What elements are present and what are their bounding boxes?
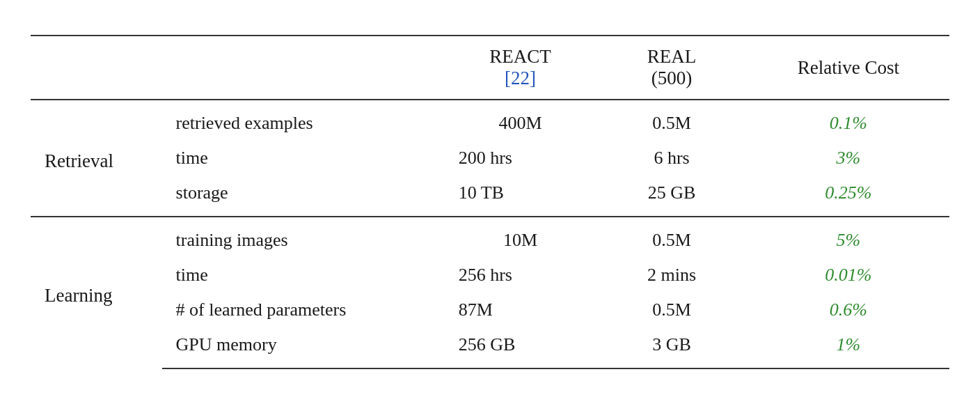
react-ref: [22]: [505, 68, 536, 88]
table-row: GPU memory256 GB3 GB1%: [31, 327, 949, 368]
resource-cell: # of learned parameters: [162, 293, 445, 327]
cost-value: 0.25%: [748, 176, 949, 217]
react-value: 87M: [445, 293, 596, 327]
cost-value: 3%: [748, 141, 949, 176]
table-row: # of learned parameters87M0.5M0.6%: [31, 293, 949, 327]
resource-cell: GPU memory: [162, 327, 445, 368]
comparison-table: REACT [22] REAL (500) Relative Cost Retr…: [31, 35, 949, 369]
table-row: storage10 TB25 GB0.25%: [31, 176, 949, 217]
react-value: 10M: [445, 217, 596, 258]
real-value: 3 GB: [596, 327, 748, 368]
react-value: 200 hrs: [445, 141, 596, 176]
resource-cell: time: [162, 258, 445, 293]
real-value: 0.5M: [596, 293, 748, 327]
cost-value: 0.01%: [748, 258, 949, 293]
header-react: REACT [22]: [445, 36, 596, 100]
table-row: time256 hrs2 mins0.01%: [31, 258, 949, 293]
stage-cell: Retrieval: [31, 100, 162, 217]
resource-cell: training images: [162, 217, 445, 258]
react-value: 256 hrs: [445, 258, 596, 293]
real-label: REAL: [647, 46, 697, 67]
cost-label: Relative Cost: [798, 57, 899, 78]
header-row: REACT [22] REAL (500) Relative Cost: [31, 36, 949, 100]
resource-cell: storage: [162, 176, 445, 217]
table-row: time200 hrs6 hrs3%: [31, 141, 949, 176]
resource-cell: time: [162, 141, 445, 176]
cost-value: 0.6%: [748, 293, 949, 327]
real-value: 0.5M: [596, 100, 748, 141]
cost-value: 1%: [748, 327, 949, 368]
react-label: REACT: [489, 46, 551, 67]
header-resource: [162, 36, 445, 100]
cost-value: 0.1%: [748, 100, 949, 141]
table-row: Retrievalretrieved examples400M0.5M0.1%: [31, 100, 949, 141]
table-container: REACT [22] REAL (500) Relative Cost Retr…: [31, 35, 949, 369]
stage-cell: Learning: [31, 217, 162, 368]
real-value: 2 mins: [596, 258, 748, 293]
react-value: 256 GB: [445, 327, 596, 368]
real-sublabel: (500): [651, 68, 692, 88]
header-cost: Relative Cost: [748, 36, 949, 100]
header-stage: [31, 36, 162, 100]
cost-value: 5%: [748, 217, 949, 258]
real-value: 25 GB: [596, 176, 748, 217]
resource-cell: retrieved examples: [162, 100, 445, 141]
real-value: 0.5M: [596, 217, 748, 258]
react-value: 10 TB: [445, 176, 596, 217]
react-value: 400M: [445, 100, 596, 141]
table-row: Learningtraining images10M0.5M5%: [31, 217, 949, 258]
header-real: REAL (500): [596, 36, 748, 100]
real-value: 6 hrs: [596, 141, 748, 176]
